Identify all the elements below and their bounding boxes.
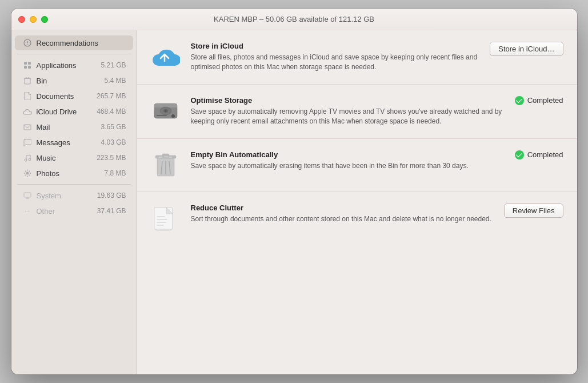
reduce-clutter-rec-action: Review Files: [504, 204, 563, 218]
main-window: KAREN MBP – 50.06 GB available of 121.12…: [11, 9, 577, 374]
applications-size: 5.21 GB: [101, 61, 126, 69]
store-in-icloud-button[interactable]: Store in iCloud…: [490, 42, 563, 56]
recommendations-label: Recommendations: [37, 39, 126, 47]
empty-bin-rec-action: Completed: [515, 150, 563, 159]
rec-item-optimise: Optimise Storage Save space by automatic…: [137, 85, 577, 139]
svg-point-18: [30, 173, 31, 174]
empty-bin-check-icon: [515, 150, 524, 159]
traffic-lights: [18, 16, 48, 23]
mail-icon: [23, 122, 32, 131]
svg-point-29: [171, 114, 175, 118]
sidebar-item-messages[interactable]: Messages 4.03 GB: [15, 135, 133, 150]
sidebar-item-music[interactable]: Music 223.5 MB: [15, 150, 133, 165]
svg-point-22: [25, 175, 26, 176]
sidebar-divider-1: [17, 54, 131, 54]
photos-label: Photos: [37, 169, 105, 178]
music-label: Music: [37, 154, 97, 162]
applications-icon: [23, 61, 32, 70]
sidebar-item-mail[interactable]: Mail 3.65 GB: [15, 119, 133, 134]
icloud-drive-icon: [23, 107, 32, 116]
svg-rect-6: [28, 66, 31, 69]
system-size: 19.63 GB: [97, 192, 126, 200]
svg-point-16: [27, 176, 28, 177]
sidebar-item-icloud-drive[interactable]: iCloud Drive 468.4 MB: [15, 104, 133, 119]
svg-rect-7: [25, 78, 30, 84]
messages-icon: [23, 138, 32, 147]
icloud-rec-text: Store in iCloud Store all files, photos …: [191, 42, 481, 73]
sidebar-item-recommendations[interactable]: Recommendations: [15, 35, 133, 50]
documents-icon: [23, 91, 32, 101]
sidebar: Recommendations Applications 5.21 GB Bin…: [11, 30, 137, 374]
svg-point-19: [25, 171, 26, 172]
svg-point-2: [27, 44, 27, 45]
trash-rec-icon: [151, 150, 181, 180]
bin-size: 5.4 MB: [104, 77, 126, 85]
optimise-completed-label: Completed: [527, 96, 563, 105]
photos-size: 7.8 MB: [104, 169, 126, 177]
bin-label: Bin: [37, 77, 105, 85]
svg-point-17: [23, 173, 25, 174]
optimise-rec-action: Completed: [515, 96, 563, 105]
minimize-button[interactable]: [30, 16, 37, 23]
sidebar-item-bin[interactable]: Bin 5.4 MB: [15, 73, 133, 88]
reduce-clutter-rec-desc: Sort through documents and other content…: [191, 214, 495, 224]
messages-label: Messages: [37, 138, 101, 147]
empty-bin-rec-text: Empty Bin Automatically Save space by au…: [191, 150, 506, 171]
sidebar-item-documents[interactable]: Documents 265.7 MB: [15, 89, 133, 103]
bin-icon: [23, 76, 32, 85]
main-panel: Store in iCloud Store all files, photos …: [137, 30, 577, 374]
svg-rect-36: [162, 154, 169, 156]
empty-bin-completed-badge: Completed: [515, 150, 563, 159]
optimise-rec-desc: Save space by automatically removing App…: [191, 107, 506, 127]
empty-bin-completed-label: Completed: [527, 150, 563, 159]
document-rec-icon: [151, 204, 181, 233]
sidebar-item-photos[interactable]: Photos 7.8 MB: [15, 166, 133, 181]
sidebar-divider-2: [17, 184, 131, 185]
icloud-rec-action: Store in iCloud…: [490, 42, 563, 56]
reduce-clutter-rec-text: Reduce Clutter Sort through documents an…: [191, 204, 495, 224]
music-size: 223.5 MB: [97, 154, 126, 162]
icloud-rec-title: Store in iCloud: [191, 42, 481, 50]
optimise-rec-text: Optimise Storage Save space by automatic…: [191, 96, 506, 127]
messages-size: 4.03 GB: [101, 138, 126, 146]
rec-item-reduce-clutter: Reduce Clutter Sort through documents an…: [137, 192, 577, 245]
svg-rect-5: [24, 66, 27, 69]
mail-size: 3.65 GB: [101, 123, 126, 131]
optimise-completed-badge: Completed: [515, 96, 563, 105]
maximize-button[interactable]: [41, 16, 48, 23]
documents-size: 265.7 MB: [97, 92, 126, 100]
mail-label: Mail: [37, 123, 101, 131]
svg-point-14: [26, 172, 29, 175]
optimise-rec-title: Optimise Storage: [191, 96, 506, 105]
icloud-rec-icon: [151, 42, 181, 71]
svg-rect-41: [163, 155, 168, 157]
rec-item-empty-bin: Empty Bin Automatically Save space by au…: [137, 139, 577, 192]
empty-bin-rec-desc: Save space by automatically erasing item…: [191, 161, 506, 171]
icloud-drive-label: iCloud Drive: [37, 107, 97, 116]
other-label: Other: [37, 207, 97, 216]
other-icon: ···: [23, 206, 32, 216]
other-size: 37.41 GB: [97, 207, 126, 215]
sidebar-item-applications[interactable]: Applications 5.21 GB: [15, 58, 133, 73]
optimise-check-icon: [515, 96, 524, 105]
harddrive-rec-icon: [151, 96, 181, 126]
music-icon: [23, 153, 32, 162]
applications-label: Applications: [37, 61, 101, 70]
window-title: KAREN MBP – 50.06 GB available of 121.12…: [214, 15, 374, 23]
system-label: System: [37, 192, 97, 200]
system-icon: [23, 191, 32, 200]
svg-rect-4: [28, 62, 31, 65]
sidebar-item-other[interactable]: ··· Other 37.41 GB: [15, 204, 133, 218]
review-files-button[interactable]: Review Files: [504, 204, 563, 218]
svg-point-15: [27, 170, 28, 171]
svg-rect-3: [24, 62, 27, 65]
svg-rect-23: [24, 193, 31, 197]
titlebar: KAREN MBP – 50.06 GB available of 121.12…: [11, 9, 577, 30]
icloud-rec-desc: Store all files, photos and messages in …: [191, 53, 481, 73]
close-button[interactable]: [18, 16, 25, 23]
sidebar-item-system[interactable]: System 19.63 GB: [15, 188, 133, 203]
icloud-drive-size: 468.4 MB: [97, 107, 126, 115]
svg-point-33: [165, 110, 166, 111]
svg-rect-30: [157, 115, 167, 116]
recommendations-icon: [23, 38, 32, 47]
